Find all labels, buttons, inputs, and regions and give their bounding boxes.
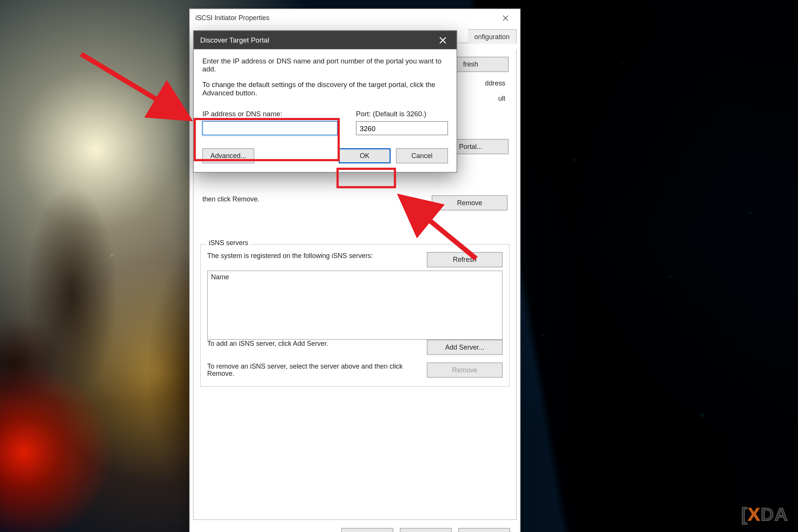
ip-dns-input[interactable] (202, 121, 337, 135)
close-icon (439, 36, 446, 44)
ip-dns-label: IP address or DNS name: (202, 110, 346, 118)
isns-hint: The system is registered on the followin… (207, 252, 421, 260)
column-default-fragment: ult (498, 95, 508, 102)
watermark-logo: [XDA (741, 504, 788, 525)
port-input[interactable] (356, 121, 448, 135)
watermark-bracket-icon: [ (741, 504, 748, 524)
remove-target-hint: then click Remove. (202, 195, 426, 203)
dialog-close-button[interactable] (432, 32, 453, 48)
port-label: Port: (Default is 3260.) (356, 110, 448, 118)
isns-legend: iSNS servers (206, 239, 251, 247)
close-icon (502, 15, 508, 21)
isns-server-list[interactable]: Name (207, 271, 502, 340)
isns-add-server-button[interactable]: Add Server... (427, 340, 502, 355)
advanced-button[interactable]: Advanced... (202, 148, 254, 163)
isns-add-hint: To add an iSNS server, click Add Server. (207, 340, 421, 347)
column-ip-address-fragment: ddress (485, 79, 508, 87)
dialog-title: Discover Target Portal (200, 36, 269, 44)
properties-ok-button[interactable]: OK (341, 528, 393, 532)
remove-target-button[interactable]: Remove (432, 195, 507, 211)
isns-remove-button[interactable]: Remove (427, 363, 502, 378)
discover-target-portal-dialog: Discover Target Portal Enter the IP addr… (193, 30, 457, 173)
isns-remove-hint: To remove an iSNS server, select the ser… (207, 363, 421, 378)
properties-apply-button[interactable]: Apply (458, 528, 510, 532)
dialog-ok-button[interactable]: OK (339, 148, 391, 163)
window-titlebar[interactable]: iSCSI Initiator Properties (190, 9, 520, 27)
dialog-footer: OK Cancel Apply (190, 522, 520, 532)
tab-configuration[interactable]: onfiguration (468, 29, 517, 44)
dialog-instruction-2: To change the default settings of the di… (202, 81, 448, 97)
dialog-cancel-button[interactable]: Cancel (396, 148, 448, 163)
isns-refresh-button[interactable]: Refresh (427, 252, 502, 267)
properties-cancel-button[interactable]: Cancel (400, 528, 452, 532)
isns-list-name-header: Name (211, 273, 499, 281)
dialog-instruction-1: Enter the IP address or DNS name and por… (202, 57, 448, 73)
window-close-button[interactable] (495, 10, 516, 25)
dialog-titlebar[interactable]: Discover Target Portal (194, 31, 457, 49)
window-title: iSCSI Initiator Properties (195, 14, 269, 22)
